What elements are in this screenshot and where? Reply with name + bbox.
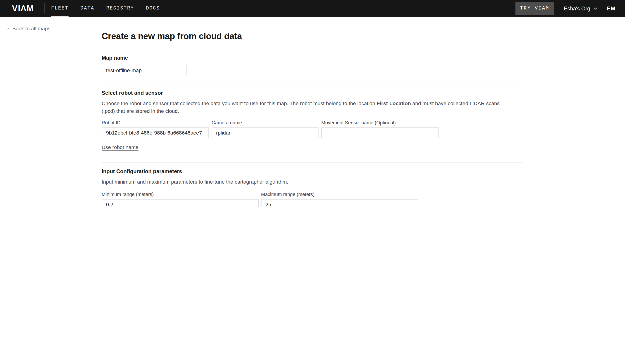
config-params-section: Input Configuration parameters Input min… [102,163,523,207]
max-range-field: Maximum range (meters) [261,192,418,207]
description-text: Choose the robot and sensor that collect… [102,100,376,106]
min-range-label: Minimum range (meters) [102,192,259,197]
nav-divider [44,3,45,14]
movement-sensor-field: Movement Sensor name (Optional) [321,120,439,138]
robot-fields-row: Robot ID Camera name Movement Sensor nam… [102,120,523,138]
location-name: First Location [376,100,411,106]
nav-tab-data[interactable]: DATA [81,4,94,13]
robot-id-input[interactable] [102,128,209,138]
min-range-field: Minimum range (meters) [102,192,259,207]
robot-id-label: Robot ID [102,120,209,125]
back-to-maps-link[interactable]: ‹ Back to all maps [7,26,50,31]
robot-section-heading: Select robot and sensor [102,90,523,96]
org-switcher[interactable]: Esha's Org [564,5,597,11]
user-avatar[interactable]: EM [607,5,615,11]
config-section-heading: Input Configuration parameters [102,168,523,174]
chevron-left-icon: ‹ [7,26,9,31]
map-name-label: Map name [102,55,523,61]
nav-tab-fleet[interactable]: FLEET [51,4,68,13]
range-fields-row: Minimum range (meters) Maximum range (me… [102,192,523,207]
nav-tab-docs[interactable]: DOCS [146,4,160,13]
use-robot-name-link[interactable]: Use robot name [102,144,138,150]
back-link-label: Back to all maps [12,26,50,31]
camera-name-field: Camera name [212,120,318,138]
min-range-input[interactable] [102,199,259,207]
config-section-description: Input minimum and maximum parameters to … [102,178,512,185]
camera-name-label: Camera name [212,120,318,125]
max-range-input[interactable] [261,199,418,207]
create-map-page: VIΛM FLEET DATA REGISTRY DOCS TRY VIAM E… [0,0,625,207]
camera-name-input[interactable] [212,128,318,138]
org-name: Esha's Org [564,5,590,11]
nav-items: FLEET DATA REGISTRY DOCS [51,4,160,13]
try-viam-button[interactable]: TRY VIAM [515,2,554,15]
robot-section-description: Choose the robot and sensor that collect… [102,99,512,115]
max-range-label: Maximum range (meters) [261,192,418,197]
movement-sensor-input[interactable] [321,128,439,138]
main-content: Create a new map from cloud data Map nam… [102,31,523,207]
nav-tab-registry[interactable]: REGISTRY [106,4,134,13]
movement-sensor-label: Movement Sensor name (Optional) [321,120,439,125]
robot-id-field: Robot ID [102,120,209,138]
map-name-section: Map name [102,48,523,84]
nav-right: TRY VIAM Esha's Org EM [515,2,619,15]
top-navigation: VIΛM FLEET DATA REGISTRY DOCS TRY VIAM E… [0,0,625,17]
chevron-down-icon [593,7,597,10]
robot-sensor-section: Select robot and sensor Choose the robot… [102,84,523,162]
map-name-input[interactable] [102,65,187,75]
viam-logo[interactable]: VIΛM [12,3,34,13]
page-title: Create a new map from cloud data [102,31,523,41]
